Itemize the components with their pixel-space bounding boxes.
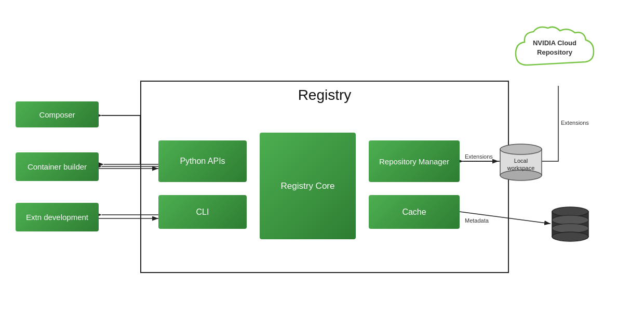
cli-label: CLI: [196, 208, 209, 217]
metadata-db-svg: [549, 205, 591, 247]
svg-point-8: [552, 215, 588, 225]
python-apis-box: Python APIs: [158, 140, 247, 182]
svg-point-7: [552, 207, 588, 216]
extensions-top-label: Extensions: [561, 120, 589, 126]
svg-point-10: [552, 232, 588, 241]
repository-manager-box: Repository Manager: [369, 140, 460, 182]
cache-box: Cache: [369, 195, 460, 229]
nvidia-cloud-svg: NVIDIA Cloud Repository: [506, 23, 610, 86]
cloud-text-line1: NVIDIA Cloud: [533, 39, 576, 47]
extn-development-box: Extn development: [16, 203, 99, 231]
registry-core-label: Registry Core: [281, 181, 335, 191]
svg-point-4: [500, 144, 542, 154]
extn-development-label: Extn development: [26, 213, 88, 222]
local-workspace-svg: Local workspace: [498, 143, 544, 185]
cloud-text-line2: Repository: [537, 48, 573, 56]
local-workspace-label: Local: [514, 158, 528, 164]
container-builder-label: Container builder: [28, 162, 87, 171]
composer-box: Composer: [16, 101, 99, 127]
cache-label: Cache: [402, 208, 426, 217]
local-workspace-label2: workspace: [507, 165, 535, 171]
registry-core-box: Registry Core: [260, 133, 356, 239]
container-builder-box: Container builder: [16, 152, 99, 181]
diagram-container: Extensions Extensions Metadata Composer …: [0, 0, 644, 323]
cli-box: CLI: [158, 195, 247, 229]
composer-label: Composer: [39, 110, 75, 119]
repository-manager-label: Repository Manager: [379, 157, 449, 166]
python-apis-label: Python APIs: [180, 157, 225, 166]
svg-point-5: [500, 170, 542, 180]
